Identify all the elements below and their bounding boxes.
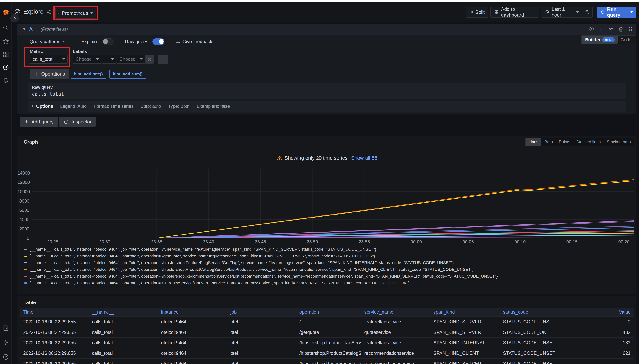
top-strip — [0, 0, 639, 2]
inspector-button[interactable]: Inspector — [60, 117, 96, 127]
sign-in-icon[interactable] — [2, 325, 9, 332]
drag-handle-icon[interactable] — [628, 26, 634, 32]
x-tick-label: 23:50 — [301, 239, 324, 244]
remove-label-filter-button[interactable] — [145, 54, 154, 64]
legend-item[interactable]: {__name__="calls_total", instance="otelc… — [24, 281, 632, 285]
add-label-filter-button[interactable] — [158, 54, 168, 64]
datasource-picker[interactable]: Prometheus — [55, 8, 96, 18]
show-all-series-link[interactable]: Show all 55 — [351, 155, 377, 161]
sidebar: ? — [0, 2, 12, 364]
time-range-picker[interactable]: Last 1 hour — [541, 7, 582, 18]
graph-mode-points[interactable]: Points — [556, 138, 573, 146]
hint-button[interactable]: hint: add rate() — [70, 70, 106, 78]
table-cell: recommendationservice — [361, 358, 430, 364]
column-header-operation[interactable]: operation — [296, 308, 362, 316]
help-icon[interactable]: ? — [2, 354, 9, 360]
add-operation-button[interactable]: Operations — [30, 69, 70, 79]
column-header-service-name[interactable]: service_name — [361, 308, 430, 316]
table-cell: otel — [228, 348, 296, 358]
starred-icon[interactable] — [2, 38, 9, 45]
x-tick-label: 23:35 — [145, 239, 168, 244]
delete-query-trash-icon[interactable] — [618, 26, 624, 32]
legend-item[interactable]: {__name__="calls_total", instance="otelc… — [24, 247, 632, 252]
graph-mode-lines[interactable]: Lines — [526, 138, 542, 146]
column-header-Value[interactable]: Value — [569, 308, 634, 316]
sidebar-expand-button[interactable] — [10, 14, 19, 22]
table-cell: /hipstershop.Recommendation… — [296, 358, 362, 364]
table-cell: STATUS_CODE_UNSET — [500, 338, 570, 348]
collapse-chevron-icon[interactable] — [23, 28, 26, 30]
table-cell: calls_total — [89, 327, 158, 338]
y-tick-label: 14000 — [18, 170, 29, 176]
query-datasource-hint: (Prometheus) — [40, 26, 68, 32]
split-icon — [469, 10, 473, 15]
query-ref-id[interactable]: A — [29, 26, 33, 32]
query-patterns-dropdown[interactable]: Query patterns — [30, 39, 65, 44]
column-header-job[interactable]: job — [228, 308, 296, 316]
legend-item[interactable]: {__name__="calls_total", instance="otelc… — [24, 260, 632, 265]
time-series-chart[interactable] — [32, 170, 634, 238]
table-cell: STATUS_CODE_UNSET — [500, 358, 570, 364]
alerting-bell-icon[interactable] — [2, 77, 9, 84]
split-button[interactable]: Split — [466, 7, 488, 18]
graph-legend: {__name__="calls_total", instance="otelc… — [24, 247, 632, 289]
table-panel-title: Table — [24, 300, 36, 306]
graph-mode-bars[interactable]: Bars — [541, 138, 556, 146]
column-header-Time[interactable]: Time — [20, 308, 89, 316]
label-operator-value: = — [104, 56, 107, 62]
query-help-icon[interactable]: ? — [588, 26, 595, 32]
dashboards-icon[interactable] — [2, 51, 9, 58]
explore-page: ? Explore Prometheus Split Add to dashbo… — [0, 0, 639, 364]
metric-select[interactable]: calls_total — [30, 54, 68, 64]
disable-query-eye-icon[interactable] — [608, 26, 614, 32]
column-header---name--[interactable]: __name__ — [89, 308, 158, 316]
options-expander[interactable]: Options — [32, 104, 53, 109]
legend-item[interactable]: {__name__="calls_total", instance="otelc… — [24, 274, 632, 278]
comment-icon — [175, 39, 180, 44]
metric-label: Metric — [30, 49, 43, 54]
share-icon[interactable] — [46, 9, 52, 14]
legend-item[interactable]: {__name__="calls_total", instance="otelc… — [24, 267, 632, 272]
zoom-out-button[interactable] — [582, 7, 592, 18]
settings-gear-icon[interactable] — [2, 339, 9, 346]
table-cell: otel — [228, 338, 296, 348]
table-cell: SPAN_KIND_SERVER — [430, 317, 500, 327]
column-header-span-kind[interactable]: span_kind — [430, 308, 500, 316]
options-title: Options — [36, 104, 53, 109]
give-feedback-button[interactable]: Give feedback — [175, 39, 212, 44]
run-query-dropdown-caret[interactable] — [630, 12, 633, 13]
code-tab[interactable]: Code — [618, 36, 634, 44]
graph-mode-stacked-bars[interactable]: Stacked bars — [604, 138, 634, 146]
raw-query-toggle[interactable] — [152, 38, 164, 45]
legend-item[interactable] — [24, 288, 632, 289]
label-name-select[interactable]: Choose — [73, 54, 101, 64]
label-value-select[interactable]: Choose — [116, 54, 145, 64]
graph-mode-stacked-lines[interactable]: Stacked lines — [573, 138, 604, 146]
column-header-instance[interactable]: instance — [158, 308, 228, 316]
duplicate-query-icon[interactable] — [598, 26, 604, 32]
legend-item[interactable]: {__name__="calls_total", instance="otelc… — [24, 254, 632, 258]
label-operator-select[interactable]: = — [102, 54, 116, 64]
legend-swatch — [24, 276, 27, 277]
hint-button[interactable]: hint: add sum() — [110, 70, 146, 78]
table-cell: STATUS_CODE_UNSET — [500, 317, 570, 327]
grafana-logo[interactable] — [2, 9, 9, 16]
table-row: 2022-10-16 00:22:29.655calls_totalotelco… — [20, 327, 634, 338]
run-query-button[interactable]: Run query — [597, 7, 636, 18]
table-cell: SPAN_KIND_CLIENT — [430, 348, 500, 358]
add-query-button[interactable]: Add query — [20, 117, 58, 127]
explain-toggle[interactable] — [102, 38, 114, 45]
builder-tab[interactable]: Builder Beta — [582, 36, 618, 44]
x-tick-label: 00:05 — [457, 239, 480, 244]
table-cell: STATUS_CODE_UNSET — [500, 348, 570, 358]
add-to-dashboard-button[interactable]: Add to dashboard — [490, 7, 539, 18]
chevron-right-icon — [32, 105, 34, 108]
table-row: 2022-10-16 00:22:29.655calls_totalotelco… — [20, 338, 634, 348]
builder-code-switch: Builder Beta Code — [582, 35, 635, 44]
y-axis: 02000400060008000100001200014000 — [18, 170, 29, 238]
column-header-status-code[interactable]: status_code — [500, 308, 570, 316]
search-icon[interactable] — [2, 25, 9, 32]
graph-panel-title: Graph — [24, 139, 38, 145]
query-row-header[interactable]: A (Prometheus) ? — [17, 24, 636, 34]
explore-nav-icon[interactable] — [2, 64, 9, 71]
